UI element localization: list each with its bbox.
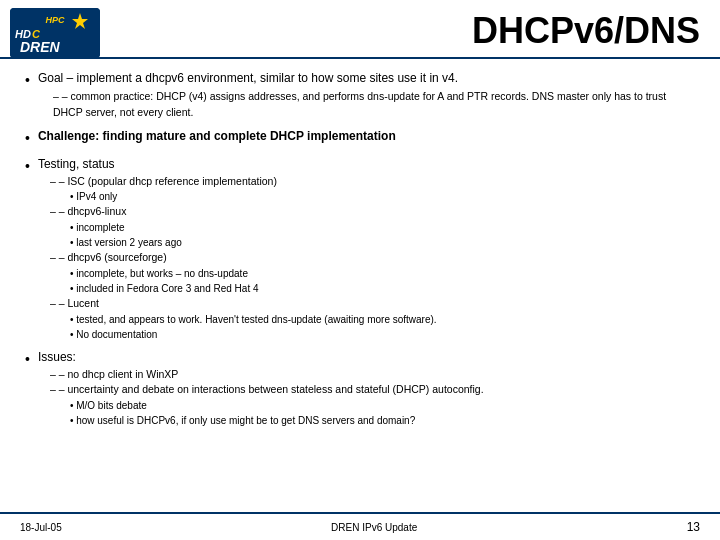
footer-center: DREN IPv6 Update: [331, 522, 417, 533]
logo-box: HPC HD C DREN: [10, 8, 100, 58]
issues-sub-1: M/O bits debate: [70, 398, 695, 413]
page-title: DHCPv6/DNS: [472, 10, 700, 52]
dhcpv6sf-sublist: incomplete, but works – no dns-update in…: [50, 266, 695, 296]
header: HPC HD C DREN DHCPv6/DNS: [0, 0, 720, 59]
bullet-2-content: Challenge: finding mature and complete D…: [38, 127, 695, 149]
sub-lucent-text: – Lucent: [59, 297, 99, 309]
bullet-dot-3: •: [25, 156, 30, 342]
bullet-dot-2: •: [25, 128, 30, 149]
isc-sublist: IPv4 only: [50, 189, 695, 204]
bullet-1-content: Goal – implement a dhcpv6 environment, s…: [38, 69, 695, 121]
issues-item-1: – no dhcp client in WinXP: [50, 367, 695, 383]
sub-lucent: – Lucent tested, and appears to work. Ha…: [50, 296, 695, 342]
bullet-4-content: Issues: – no dhcp client in WinXP – unce…: [38, 348, 695, 429]
dhcpv6sf-item-1: incomplete, but works – no dns-update: [70, 266, 695, 281]
bullet-4: • Issues: – no dhcp client in WinXP – un…: [25, 348, 695, 429]
bullet-2: • Challenge: finding mature and complete…: [25, 127, 695, 149]
dhcpv6linux-item-1: incomplete: [70, 220, 695, 235]
issues-item-2: – uncertainty and debate on interactions…: [50, 382, 695, 428]
content-area: • Goal – implement a dhcpv6 environment,…: [0, 59, 720, 439]
sub-dhcpv6sf: – dhcpv6 (sourceforge) incomplete, but w…: [50, 250, 695, 296]
bullet-3-content: Testing, status – ISC (popular dhcp refe…: [38, 155, 695, 342]
dhcpv6sf-item-2: included in Fedora Core 3 and Red Hat 4: [70, 281, 695, 296]
sub-dhcpv6sf-text: – dhcpv6 (sourceforge): [59, 251, 167, 263]
lucent-sublist: tested, and appears to work. Haven't tes…: [50, 312, 695, 342]
bullet-4-sublist: – no dhcp client in WinXP – uncertainty …: [38, 367, 695, 429]
bullet-3-sublist: – ISC (popular dhcp reference implementa…: [38, 174, 695, 342]
svg-text:DREN: DREN: [20, 39, 61, 55]
footer: 18-Jul-05 DREN IPv6 Update 13: [0, 512, 720, 540]
logo-area: HPC HD C DREN: [10, 8, 100, 58]
footer-page: 13: [687, 520, 700, 534]
dhcpv6linux-item-2: last version 2 years ago: [70, 235, 695, 250]
issues-sub-2: how useful is DHCPv6, if only use might …: [70, 413, 695, 428]
sub-dhcpv6linux: – dhcpv6-linux incomplete last version 2…: [50, 204, 695, 250]
footer-date: 18-Jul-05: [20, 522, 62, 533]
isc-item-1: IPv4 only: [70, 189, 695, 204]
sub-isc: – ISC (popular dhcp reference implementa…: [50, 174, 695, 205]
sub-item-text: – common practice: DHCP (v4) assigns add…: [53, 90, 666, 118]
bullet-1-text: Goal – implement a dhcpv6 environment, s…: [38, 71, 458, 85]
isc-item-1-text: IPv4 only: [76, 191, 117, 202]
bullet-3: • Testing, status – ISC (popular dhcp re…: [25, 155, 695, 342]
issues-sublist: M/O bits debate how useful is DHCPv6, if…: [50, 398, 695, 428]
dhcpv6linux-sublist: incomplete last version 2 years ago: [50, 220, 695, 250]
svg-text:HPC: HPC: [45, 15, 65, 25]
bullet-dot-4: •: [25, 349, 30, 429]
bullet-1-sublist: – common practice: DHCP (v4) assigns add…: [38, 89, 695, 121]
sub-dhcpv6linux-text: – dhcpv6-linux: [59, 205, 127, 217]
bullet-1: • Goal – implement a dhcpv6 environment,…: [25, 69, 695, 121]
bullet-4-text: Issues:: [38, 350, 76, 364]
bullet-2-text: Challenge: finding mature and complete D…: [38, 129, 396, 143]
sub-item: – common practice: DHCP (v4) assigns add…: [53, 89, 695, 121]
sub-isc-text: – ISC (popular dhcp reference implementa…: [59, 175, 277, 187]
lucent-item-2: No documentation: [70, 327, 695, 342]
bullet-dot-1: •: [25, 70, 30, 121]
slide: HPC HD C DREN DHCPv6/DNS • Goal – implem…: [0, 0, 720, 540]
bullet-3-text: Testing, status: [38, 157, 115, 171]
lucent-item-1: tested, and appears to work. Haven't tes…: [70, 312, 695, 327]
